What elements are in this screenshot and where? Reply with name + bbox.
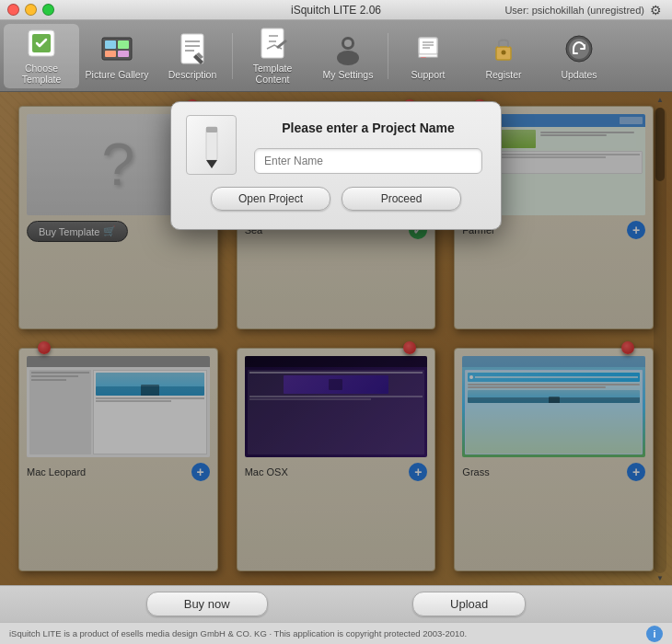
support-label: Support bbox=[411, 69, 446, 80]
toolbar-separator-1 bbox=[232, 33, 233, 79]
toolbar-item-template-content[interactable]: Template Content bbox=[235, 24, 310, 88]
footer: iSquitch LITE is a product of esells med… bbox=[0, 622, 672, 644]
close-button[interactable] bbox=[7, 4, 19, 16]
svg-point-13 bbox=[337, 51, 359, 65]
description-label: Description bbox=[168, 69, 217, 80]
maximize-button[interactable] bbox=[42, 4, 54, 16]
svg-rect-27 bbox=[206, 127, 217, 132]
register-label: Register bbox=[485, 69, 521, 80]
gear-icon[interactable]: ⚙ bbox=[650, 3, 665, 17]
updates-icon bbox=[562, 31, 597, 66]
updates-label: Updates bbox=[561, 69, 597, 80]
project-name-input[interactable] bbox=[254, 148, 482, 174]
modal-body: Please enter a Project Name bbox=[254, 121, 482, 174]
title-bar: iSquitch LITE 2.06 User: psichokillah (u… bbox=[0, 0, 672, 20]
user-info-text: User: psichokillah (unregistred) bbox=[504, 5, 644, 16]
svg-point-22 bbox=[502, 51, 506, 55]
modal-icon-area bbox=[186, 115, 241, 179]
toolbar-item-choose-template[interactable]: Choose Template bbox=[4, 24, 79, 88]
user-info: User: psichokillah (unregistred) ⚙ bbox=[504, 3, 665, 17]
my-settings-icon bbox=[330, 31, 365, 66]
support-icon bbox=[411, 31, 446, 66]
toolbar-item-picture-gallery[interactable]: Picture Gallery bbox=[79, 24, 155, 88]
modal-buttons: Open Project Proceed bbox=[190, 187, 482, 211]
toolbar-item-register[interactable]: Register bbox=[466, 24, 541, 88]
toolbar: Choose Template Picture Gallery bbox=[0, 20, 672, 92]
svg-rect-6 bbox=[118, 51, 129, 57]
window-controls bbox=[7, 4, 54, 16]
window-title: iSquitch LITE 2.06 bbox=[291, 4, 381, 17]
picture-gallery-icon bbox=[99, 31, 134, 66]
project-name-modal: Please enter a Project Name Open Project… bbox=[170, 101, 502, 230]
modal-overlay: Please enter a Project Name Open Project… bbox=[0, 92, 672, 585]
description-icon bbox=[175, 31, 210, 66]
footer-text: iSquitch LITE is a product of esells med… bbox=[9, 628, 467, 638]
svg-rect-17 bbox=[419, 54, 437, 57]
svg-rect-11 bbox=[261, 29, 284, 58]
minimize-button[interactable] bbox=[25, 4, 37, 16]
svg-point-14 bbox=[344, 40, 352, 47]
picture-gallery-label: Picture Gallery bbox=[86, 69, 149, 80]
main-content: ? Buy Template 🛒 bbox=[0, 92, 672, 585]
info-button[interactable]: i bbox=[646, 626, 663, 642]
my-settings-label: My Settings bbox=[323, 69, 374, 80]
proceed-button[interactable]: Proceed bbox=[342, 187, 461, 211]
upload-button[interactable]: Upload bbox=[412, 592, 526, 616]
toolbar-item-description[interactable]: Description bbox=[155, 24, 230, 88]
svg-marker-26 bbox=[206, 160, 217, 168]
svg-rect-5 bbox=[105, 51, 116, 57]
choose-template-icon bbox=[24, 27, 59, 60]
choose-template-label: Choose Template bbox=[7, 63, 75, 85]
register-icon bbox=[486, 31, 521, 66]
template-content-icon bbox=[255, 27, 290, 60]
svg-rect-4 bbox=[118, 40, 129, 49]
svg-rect-3 bbox=[105, 40, 116, 49]
modal-pencil-icon bbox=[186, 115, 237, 175]
toolbar-item-support[interactable]: Support bbox=[390, 24, 466, 88]
toolbar-item-updates[interactable]: Updates bbox=[541, 24, 617, 88]
svg-rect-15 bbox=[419, 38, 437, 54]
toolbar-separator-2 bbox=[388, 33, 388, 79]
template-content-label: Template Content bbox=[238, 63, 307, 85]
modal-title: Please enter a Project Name bbox=[254, 121, 482, 135]
bottom-bar: Buy now Upload bbox=[0, 585, 672, 622]
toolbar-item-my-settings[interactable]: My Settings bbox=[310, 24, 386, 88]
buy-now-button[interactable]: Buy now bbox=[146, 592, 268, 616]
open-project-button[interactable]: Open Project bbox=[211, 187, 330, 211]
